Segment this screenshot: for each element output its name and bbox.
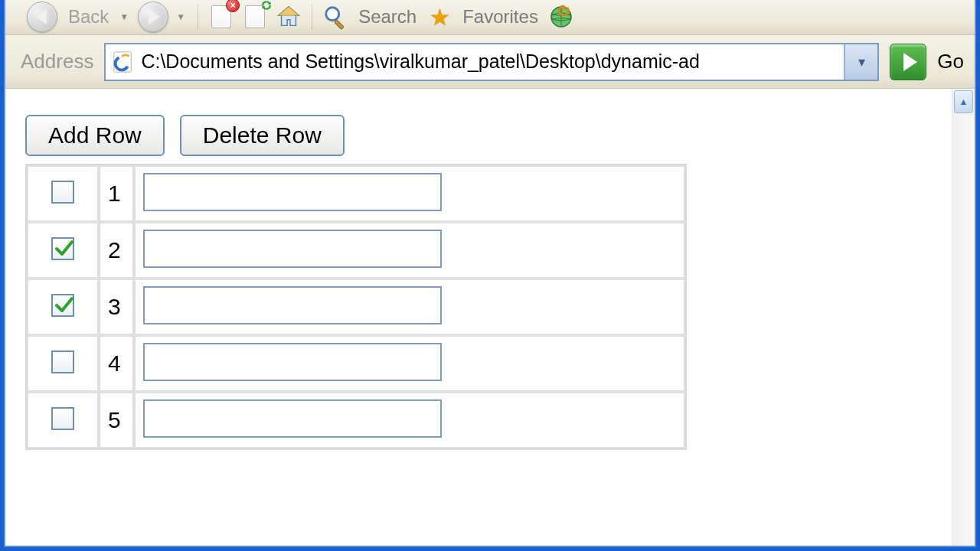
row-text-input[interactable] [143, 343, 442, 381]
arrow-left-icon [35, 9, 47, 24]
back-label: Back [68, 6, 109, 28]
checkbox-cell [27, 222, 99, 279]
page-content: Add Row Delete Row 12345 [5, 89, 952, 546]
ie-page-icon [106, 44, 141, 80]
back-dropdown-icon[interactable]: ▼ [119, 11, 129, 22]
forward-button[interactable] [138, 2, 168, 32]
row-text-input[interactable] [143, 230, 442, 268]
input-cell [134, 335, 685, 392]
rows-table: 12345 [25, 164, 687, 450]
table-row: 1 [27, 165, 685, 222]
address-value[interactable]: C:\Documents and Settings\viralkumar_pat… [141, 44, 844, 80]
action-bar: Add Row Delete Row [25, 115, 932, 156]
address-dropdown-button[interactable]: ▾ [844, 44, 877, 80]
checkbox-cell [27, 392, 99, 448]
svg-rect-3 [335, 20, 345, 30]
address-bar: Address C:\Documents and Settings\viralk… [5, 35, 975, 89]
stop-x-icon: × [226, 0, 240, 12]
scroll-up-button[interactable]: ▲ [954, 90, 973, 113]
address-combobox[interactable]: C:\Documents and Settings\viralkumar_pat… [104, 43, 879, 81]
vertical-scrollbar[interactable]: ▲ [952, 89, 975, 546]
arrow-right-icon [149, 9, 160, 24]
table-row: 5 [27, 392, 685, 448]
table-row: 3 [27, 279, 685, 335]
input-cell [134, 279, 685, 335]
history-button[interactable] [547, 3, 575, 31]
row-text-input[interactable] [143, 399, 442, 438]
row-number: 4 [99, 335, 134, 392]
row-checkbox[interactable] [51, 407, 74, 430]
row-number: 5 [99, 392, 134, 448]
row-text-input[interactable] [143, 173, 442, 211]
row-checkbox[interactable] [51, 181, 74, 204]
search-button[interactable] [322, 3, 349, 31]
home-button[interactable] [275, 3, 302, 31]
go-button[interactable] [890, 44, 926, 80]
go-arrow-icon [903, 53, 917, 71]
browser-window: Back ▼ ▼ × [0, 0, 980, 551]
row-checkbox[interactable] [51, 237, 74, 260]
row-number: 1 [99, 165, 134, 222]
favorites-button[interactable]: ★ [426, 3, 453, 31]
checkbox-cell [27, 165, 99, 222]
toolbar-separator [198, 4, 198, 30]
star-icon: ★ [430, 4, 450, 31]
stop-button[interactable]: × [207, 3, 235, 31]
input-cell [134, 392, 685, 448]
delete-row-button[interactable]: Delete Row [180, 115, 345, 156]
checkbox-cell [27, 279, 99, 335]
checkbox-cell [27, 335, 99, 392]
svg-marker-1 [279, 7, 299, 15]
table-row: 4 [27, 335, 685, 392]
refresh-button[interactable] [241, 3, 269, 31]
row-number: 2 [99, 222, 134, 279]
row-checkbox[interactable] [51, 294, 74, 317]
search-label: Search [358, 6, 416, 28]
add-row-button[interactable]: Add Row [25, 115, 165, 156]
favorites-label: Favorites [462, 6, 538, 28]
main-toolbar: Back ▼ ▼ × [5, 0, 975, 35]
svg-point-2 [326, 8, 339, 21]
table-row: 2 [27, 222, 685, 279]
input-cell [134, 165, 685, 222]
row-checkbox[interactable] [51, 350, 74, 373]
back-button[interactable] [27, 2, 57, 32]
content-area: Add Row Delete Row 12345 ▲ [5, 89, 975, 546]
row-text-input[interactable] [143, 286, 442, 324]
address-label: Address [21, 50, 93, 73]
refresh-arrows-icon [260, 0, 273, 12]
input-cell [134, 222, 685, 279]
row-number: 3 [99, 279, 134, 335]
toolbar-separator [312, 4, 312, 30]
go-label: Go [937, 50, 964, 73]
window-inner: Back ▼ ▼ × [4, 0, 976, 547]
forward-dropdown-icon[interactable]: ▼ [176, 11, 185, 22]
